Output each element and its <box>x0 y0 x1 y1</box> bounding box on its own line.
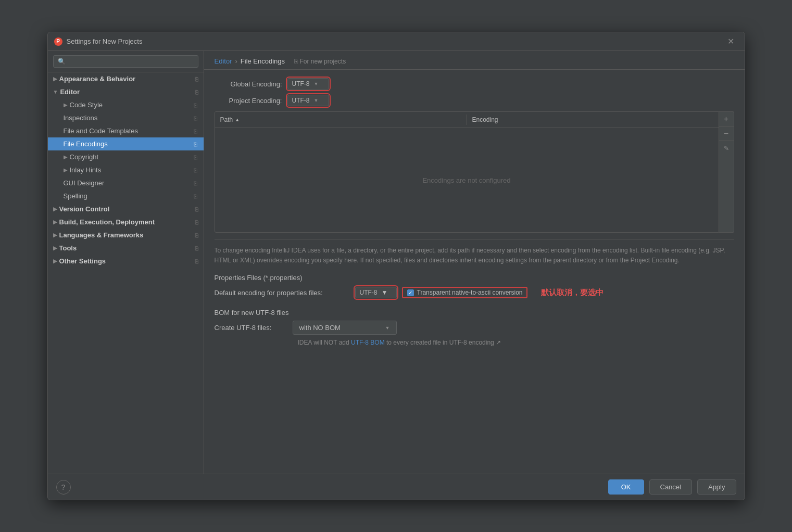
annotation-text: 默认取消，要选中 <box>541 288 604 298</box>
arrow-icon: ▶ <box>64 167 68 173</box>
breadcrumb-current: File Encodings <box>241 57 285 65</box>
breadcrumb-separator: › <box>235 57 237 65</box>
sidebar-item-other-settings[interactable]: ▶ Other Settings ⎘ <box>48 255 204 268</box>
sidebar-item-file-code-templates[interactable]: File and Code Templates ⎘ <box>48 124 204 137</box>
native-to-ascii-checkbox[interactable] <box>407 289 414 296</box>
bom-note-prefix: IDEA will NOT add <box>298 339 349 346</box>
arrow-icon: ▶ <box>53 258 57 264</box>
bom-section-title: BOM for new UTF-8 files <box>215 309 734 316</box>
sidebar-item-tools[interactable]: ▶ Tools ⎘ <box>48 242 204 255</box>
table-side-buttons: + − ✎ <box>719 111 734 233</box>
bom-dropdown-arrow-icon: ▼ <box>385 325 390 331</box>
sort-icon: ▲ <box>235 117 240 122</box>
dropdown-arrow-icon: ▼ <box>314 98 319 103</box>
native-to-ascii-checkbox-row: Transparent native-to-ascii conversion <box>402 287 528 298</box>
sidebar-item-gui-designer[interactable]: GUI Designer ⎘ <box>48 176 204 189</box>
global-encoding-row: Global Encoding: UTF-8 ▼ <box>215 78 734 90</box>
copy-icon: ⎘ <box>195 206 198 212</box>
copy-icon: ⎘ <box>194 102 197 108</box>
global-encoding-value: UTF-8 <box>292 80 310 87</box>
copy-icon: ⎘ <box>194 167 197 173</box>
sidebar-item-label: Tools <box>59 244 77 252</box>
action-buttons: OK Cancel Apply <box>608 479 736 495</box>
bom-note-link[interactable]: UTF-8 BOM <box>351 339 385 346</box>
sidebar-item-label: Other Settings <box>59 257 106 265</box>
search-box[interactable] <box>48 51 204 72</box>
sidebar-item-build-execution[interactable]: ▶ Build, Execution, Deployment ⎘ <box>48 216 204 229</box>
app-icon: P <box>54 37 62 46</box>
close-button[interactable]: ✕ <box>723 34 738 48</box>
project-encoding-value: UTF-8 <box>292 97 310 104</box>
table-remove-button[interactable]: − <box>719 126 734 141</box>
bom-section: BOM for new UTF-8 files Create UTF-8 fil… <box>215 309 734 346</box>
table-edit-button[interactable]: ✎ <box>719 141 734 156</box>
sidebar-item-label: Version Control <box>59 205 110 213</box>
sidebar-item-copyright[interactable]: ▶ Copyright ⎘ <box>48 150 204 163</box>
search-input[interactable] <box>53 55 198 68</box>
copy-icon: ⎘ <box>195 89 198 95</box>
sidebar-item-code-style[interactable]: ▶ Code Style ⎘ <box>48 98 204 111</box>
cancel-button[interactable]: Cancel <box>649 479 692 495</box>
copy-icon: ⎘ <box>194 141 197 147</box>
project-encoding-dropdown[interactable]: UTF-8 ▼ <box>287 95 329 106</box>
sidebar-item-label: Code Style <box>70 101 103 109</box>
sidebar-item-inlay-hints[interactable]: ▶ Inlay Hints ⎘ <box>48 163 204 176</box>
bom-dropdown[interactable]: with NO BOM ▼ <box>293 321 397 335</box>
properties-section-title: Properties Files (*.properties) <box>215 274 734 282</box>
sidebar-item-editor[interactable]: ▼ Editor ⎘ <box>48 85 204 98</box>
sidebar-item-languages-frameworks[interactable]: ▶ Languages & Frameworks ⎘ <box>48 229 204 242</box>
sidebar-item-label: Inspections <box>64 114 98 122</box>
path-encoding-table: Path ▲ Encoding Encodings are not config… <box>215 111 719 233</box>
settings-window: P Settings for New Projects ✕ ▶ Appearan… <box>47 32 745 500</box>
props-encoding-dropdown[interactable]: UTF-8 ▼ <box>355 287 397 298</box>
breadcrumb-editor[interactable]: Editor <box>215 57 232 65</box>
sidebar-item-inspections[interactable]: Inspections ⎘ <box>48 111 204 124</box>
table-header-path: Path ▲ <box>215 115 467 125</box>
copy-icon: ⎘ <box>195 232 198 238</box>
global-encoding-dropdown[interactable]: UTF-8 ▼ <box>287 78 329 90</box>
sidebar-item-label: File and Code Templates <box>64 127 139 135</box>
sidebar-item-label: File Encodings <box>64 140 108 148</box>
properties-section: Properties Files (*.properties) Default … <box>215 274 734 298</box>
bom-note-suffix: to every created file in UTF-8 encoding … <box>386 339 501 346</box>
project-encoding-label: Project Encoding: <box>215 97 282 105</box>
sidebar: ▶ Appearance & Behavior ⎘ ▼ Editor ⎘ ▶ C… <box>48 51 204 474</box>
sidebar-item-label: GUI Designer <box>64 179 105 187</box>
native-to-ascii-label: Transparent native-to-ascii conversion <box>417 289 523 296</box>
arrow-icon: ▼ <box>53 89 58 95</box>
bom-value: with NO BOM <box>299 324 341 332</box>
arrow-icon: ▶ <box>64 154 68 160</box>
copy-icon: ⎘ <box>195 258 198 264</box>
ok-button[interactable]: OK <box>608 479 644 495</box>
copy-icon: ⎘ <box>195 76 198 82</box>
table-body: Encodings are not configured <box>215 128 719 232</box>
sidebar-item-label: Editor <box>60 88 80 96</box>
sidebar-item-label: Build, Execution, Deployment <box>59 218 155 226</box>
sidebar-item-appearance[interactable]: ▶ Appearance & Behavior ⎘ <box>48 72 204 85</box>
table-header: Path ▲ Encoding <box>215 112 719 128</box>
arrow-icon: ▶ <box>53 76 57 82</box>
copy-icon: ⎘ <box>194 128 197 134</box>
main-content: ▶ Appearance & Behavior ⎘ ▼ Editor ⎘ ▶ C… <box>48 51 745 474</box>
path-encoding-table-wrapper: Path ▲ Encoding Encodings are not config… <box>215 111 734 233</box>
sidebar-item-label: Appearance & Behavior <box>59 75 136 83</box>
table-add-button[interactable]: + <box>719 112 734 126</box>
dropdown-arrow-icon: ▼ <box>314 81 319 86</box>
arrow-icon: ▶ <box>53 245 57 251</box>
apply-button[interactable]: Apply <box>697 479 736 495</box>
sidebar-item-version-control[interactable]: ▶ Version Control ⎘ <box>48 202 204 216</box>
window-title: Settings for New Projects <box>67 37 723 45</box>
sidebar-item-label: Inlay Hints <box>70 166 102 174</box>
bottom-bar: ? OK Cancel Apply <box>48 474 745 500</box>
copy-icon: ⎘ <box>195 219 198 225</box>
sidebar-item-label: Spelling <box>64 192 87 200</box>
sidebar-item-spelling[interactable]: Spelling ⎘ <box>48 189 204 202</box>
arrow-icon: ▶ <box>53 219 57 225</box>
help-button[interactable]: ? <box>56 480 71 495</box>
sidebar-item-file-encodings[interactable]: File Encodings ⎘ <box>48 137 204 150</box>
props-encoding-row: Default encoding for properties files: U… <box>215 287 734 298</box>
bom-note: IDEA will NOT add UTF-8 BOM to every cre… <box>215 339 734 346</box>
global-encoding-label: Global Encoding: <box>215 80 282 88</box>
main-panel: Editor › File Encodings ⎘ For new projec… <box>204 51 745 474</box>
project-encoding-row: Project Encoding: UTF-8 ▼ <box>215 95 734 106</box>
